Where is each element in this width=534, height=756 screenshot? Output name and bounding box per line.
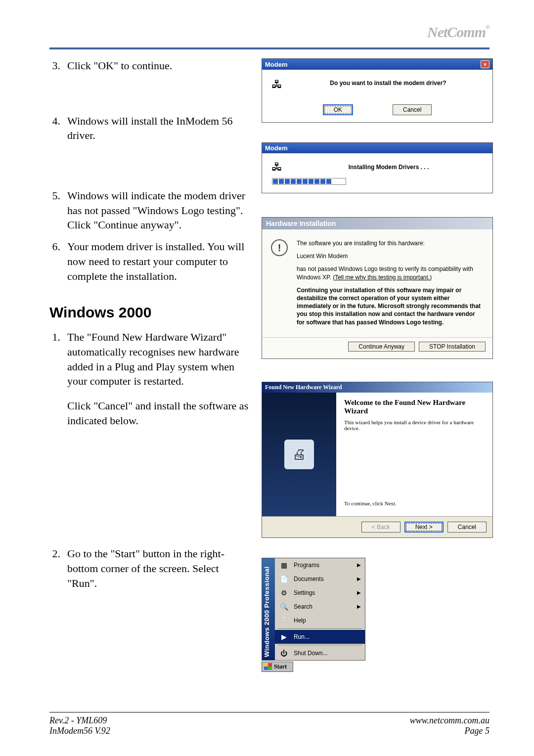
step-number: 2.: [49, 546, 60, 590]
titlebar: Found New Hardware Wizard: [262, 382, 492, 393]
step-subtext: Click "Cancel" and install the software …: [67, 399, 250, 428]
next-button[interactable]: Next >: [404, 522, 444, 533]
footer-url: www.netcomm.com.au: [410, 715, 490, 726]
ok-button[interactable]: OK: [323, 104, 353, 115]
chevron-right-icon: ▶: [357, 576, 361, 581]
menu-separator: [278, 628, 362, 629]
start-item-programs[interactable]: ▦Programs▶: [275, 558, 365, 572]
chevron-right-icon: ▶: [357, 604, 361, 609]
hw-line1: The software you are installing for this…: [297, 239, 484, 247]
step-number: 1.: [49, 330, 60, 428]
help-icon: ❔: [279, 617, 289, 624]
programs-icon: ▦: [279, 561, 289, 569]
hardware-installation-dialog: Hardware Installation ! The software you…: [262, 217, 493, 359]
menu-separator: [278, 645, 362, 645]
hw-device: Lucent Win Modem: [297, 252, 484, 260]
logo-testing-link[interactable]: Tell me why this testing is important.: [335, 274, 430, 281]
step-text: Your modem driver is installed. You will…: [67, 239, 250, 283]
page-header: NetComm®: [49, 20, 490, 44]
netcomm-logo: NetComm®: [427, 24, 490, 41]
page-footer: Rev.2 - YML609 InModem56 V.92 www.netcom…: [49, 712, 490, 736]
chevron-right-icon: ▶: [357, 562, 361, 568]
step-number: 6.: [49, 239, 60, 283]
w2k-step-2: 2. Go to the "Start" button in the right…: [49, 546, 250, 590]
modem-icon: 🖧: [269, 159, 285, 175]
search-icon: 🔍: [279, 603, 289, 611]
documents-icon: 📄: [279, 575, 289, 583]
titlebar: Modem ×: [262, 59, 492, 70]
section-title-windows-2000: Windows 2000: [49, 304, 250, 321]
logo-text: NetComm: [427, 24, 486, 40]
back-button: < Back: [361, 522, 400, 533]
windows-flag-icon: [264, 663, 272, 670]
hw-warning-bold: Continuing your installation of this sof…: [297, 286, 484, 326]
start-menu-brand: Windows 2000 Professional: [262, 558, 275, 660]
cancel-button[interactable]: Cancel: [393, 104, 432, 115]
chevron-right-icon: ▶: [357, 590, 361, 595]
installing-message: Installing Modem Drivers . . .: [292, 164, 486, 171]
titlebar: Hardware Installation: [262, 218, 492, 229]
device-icon: 🖨: [284, 440, 314, 469]
progress-bar: [272, 178, 346, 185]
step-text: Go to the "Start" button in the right-bo…: [67, 546, 250, 590]
continue-anyway-button[interactable]: Continue Anyway: [348, 342, 415, 352]
screenshots-column: Modem × 🖧 Do you want to install the mod…: [262, 58, 494, 672]
start-button[interactable]: Start: [262, 662, 293, 672]
start-item-run[interactable]: ▶Run...: [275, 630, 365, 644]
dialog-message: Do you want to install the modem driver?: [291, 77, 486, 87]
step-number: 4.: [49, 114, 60, 143]
step-text: Windows will install the InModem 56 driv…: [67, 114, 250, 143]
warning-icon: !: [271, 239, 288, 256]
step-text: Click "OK" to continue.: [67, 58, 250, 73]
modem-installing-dialog: Modem 🖧 Installing Modem Drivers . . .: [262, 142, 493, 193]
step-text: The "Found New Hardware Wizard" automati…: [67, 330, 250, 428]
step-text: Windows will indicate the modem driver h…: [67, 188, 250, 232]
dialog-title: Modem: [265, 144, 288, 152]
wizard-sidebar: 🖨: [262, 393, 336, 516]
step-3: 3. Click "OK" to continue.: [49, 58, 250, 73]
step-4: 4. Windows will install the InModem 56 d…: [49, 114, 250, 143]
step-5: 5. Windows will indicate the modem drive…: [49, 188, 250, 232]
header-divider: [49, 47, 490, 49]
w2k-step-1: 1. The "Found New Hardware Wizard" autom…: [49, 330, 250, 428]
step-number: 5.: [49, 188, 60, 232]
start-item-settings[interactable]: ⚙Settings▶: [275, 586, 365, 600]
hw-line2: has not passed Windows Logo testing to v…: [297, 265, 484, 281]
step-number: 3.: [49, 58, 60, 73]
run-icon: ▶: [279, 633, 289, 641]
modem-install-prompt-dialog: Modem × 🖧 Do you want to install the mod…: [262, 58, 493, 123]
cancel-button[interactable]: Cancel: [447, 522, 487, 533]
registered-mark: ®: [486, 24, 490, 31]
start-menu: Windows 2000 Professional ▦Programs▶ 📄Do…: [262, 558, 365, 661]
wizard-heading: Welcome to the Found New Hardware Wizard: [344, 399, 485, 415]
start-item-search[interactable]: 🔍Search▶: [275, 600, 365, 614]
dialog-title: Modem: [265, 61, 288, 68]
wizard-desc: This wizard helps you install a device d…: [344, 419, 485, 431]
footer-page: Page 5: [410, 726, 490, 736]
stop-installation-button[interactable]: STOP Installation: [419, 342, 486, 352]
footer-model: InModem56 V.92: [49, 726, 110, 736]
start-item-help[interactable]: ❔Help: [275, 614, 365, 627]
modem-icon: 🖧: [269, 77, 285, 92]
start-menu-wrapper: Windows 2000 Professional ▦Programs▶ 📄Do…: [262, 538, 365, 672]
settings-icon: ⚙: [279, 589, 289, 597]
shutdown-icon: ⏻: [279, 649, 289, 657]
instructions-column: 3. Click "OK" to continue. 4. Windows wi…: [49, 58, 250, 672]
step-6: 6. Your modem driver is installed. You w…: [49, 239, 250, 283]
titlebar: Modem: [262, 143, 492, 153]
close-icon[interactable]: ×: [481, 60, 490, 68]
footer-rev: Rev.2 - YML609: [49, 715, 110, 726]
wizard-continue-text: To continue, click Next.: [344, 500, 485, 506]
start-item-documents[interactable]: 📄Documents▶: [275, 572, 365, 586]
start-item-shutdown[interactable]: ⏻Shut Down...: [275, 646, 365, 660]
found-new-hardware-wizard: Found New Hardware Wizard 🖨 Welcome to t…: [262, 382, 493, 538]
